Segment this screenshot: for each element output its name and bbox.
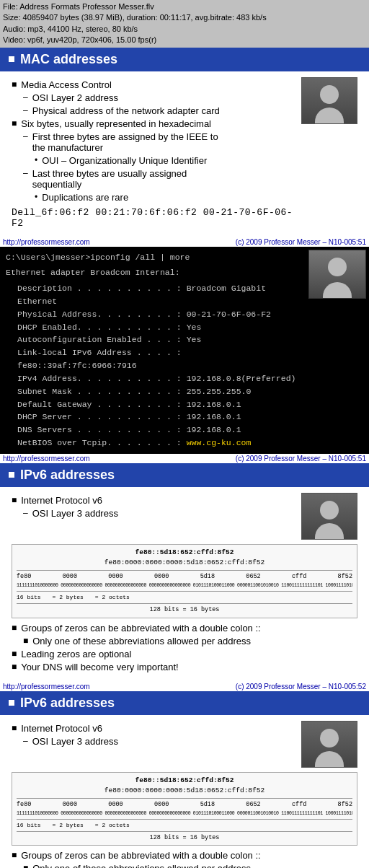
list-item: ■ Your DNS will become very important!: [12, 662, 357, 672]
ipv6-addr-short-1: fe80::5d18:652:cffd:8f52: [17, 548, 352, 558]
bullet-symbol: ■: [12, 79, 17, 89]
ipv6-block: 8f52: [338, 572, 352, 582]
mac-thumbnail: [301, 77, 357, 124]
bullet-text: OUI – Organizationally Unique Identifier: [42, 155, 207, 166]
ipv6-block: 0000: [154, 572, 169, 582]
ipv6-labels-2: 16 bits = 2 bytes = 2 octets: [17, 819, 352, 830]
bullet-text: Internet Protocol v6: [21, 723, 102, 734]
ipv6-block: 0652: [246, 800, 260, 810]
terminal-thumbnail-person: [309, 250, 365, 298]
bullet-symbol: –: [23, 131, 28, 141]
bullet-text: Internet Protocol v6: [21, 495, 102, 506]
list-item: ■ Internet Protocol v6: [12, 723, 298, 734]
list-item: ■ Internet Protocol v6: [12, 495, 298, 506]
bullet-text: First three bytes are assigned by the IE…: [32, 131, 234, 153]
ipv6-slide-1: IPv6 addresses ■ Internet Protocol v6 – …: [0, 463, 369, 691]
ipv6-2-thumb-area: [298, 721, 357, 768]
ipv6-addr-full-1: fe80:0000:0000:0000:5d18:0652:cffd:8f52: [17, 558, 352, 568]
ipv6-block: 0000: [63, 800, 77, 810]
ipv6-label: = 2 octets: [95, 593, 130, 602]
terminal-footer: http://professormesser.com (c) 2009 Prof…: [0, 454, 369, 463]
bullet-symbol: ■: [23, 863, 28, 868]
list-item: – Physical address of the network adapte…: [23, 105, 298, 116]
list-item: ■ Media Access Control: [12, 79, 298, 90]
ipv6-slide-1-content: ■ Internet Protocol v6 – OSI Layer 3 add…: [0, 487, 369, 682]
list-item: – Last three bytes are usually assigned …: [23, 168, 298, 190]
bullet-text: Your DNS will become very important!: [21, 662, 178, 672]
ipv6-1-thumbnail: [301, 493, 357, 540]
ipv6-1-main: ■ Internet Protocol v6 – OSI Layer 3 add…: [12, 493, 298, 540]
bullet-symbol: ■: [12, 850, 17, 860]
mac-footer: http://professormesser.com (c) 2009 Prof…: [0, 237, 369, 247]
bullet-symbol: –: [23, 92, 28, 102]
ipv6-2-diagram: fe80::5d18:652:cffd:8f52 fe80:0000:0000:…: [12, 772, 357, 846]
top-bar-line2: Size: 40859407 bytes (38.97 MiB), durati…: [3, 12, 366, 23]
ipv6-addr-full-2: fe80:0000:0000:0000:5d18:0652:cffd:8f52: [17, 786, 352, 796]
ipv6-1-footer-right: (c) 2009 Professor Messer – N10-005:52: [236, 683, 366, 691]
ipv6-total-2: 128 bits = 16 bytes: [17, 831, 352, 843]
mac-slide-header: MAC addresses: [0, 48, 369, 71]
ipv6-bits-1: 1111111010000000 0000000000000000 000000…: [17, 582, 352, 589]
bullet-symbol: –: [23, 105, 28, 115]
list-item: – OSI Layer 3 address: [23, 736, 298, 747]
list-item: – OSI Layer 2 address: [23, 92, 298, 103]
mac-slide-content: ■ Media Access Control – OSI Layer 2 add…: [0, 71, 369, 237]
terminal-adapter: Ethernet adapter Broadcom Internal:: [6, 266, 298, 279]
ipv6-slide-2-header: IPv6 addresses: [0, 691, 369, 715]
terminal-row: Physical Address. . . . . . . . : 00-21-…: [17, 308, 298, 321]
bullet-text: Media Access Control: [21, 79, 112, 90]
terminal-row: NetBIOS over Tcpip. . . . . . . : www.cg…: [17, 437, 298, 450]
ipv6-labels-1: 16 bits = 2 bytes = 2 octets: [17, 591, 352, 602]
bullet-symbol: –: [23, 736, 28, 746]
terminal-thumbnail: [308, 250, 366, 299]
top-bar-line1: File: Address Formats Professor Messer.f…: [3, 1, 366, 12]
terminal-row: DHCP Server . . . . . . . . . . : 192.16…: [17, 411, 298, 424]
bullet-text: OSI Layer 3 address: [32, 508, 118, 519]
bullet-text: Leading zeros are optional: [21, 649, 131, 659]
thumbnail-person: [302, 78, 357, 123]
top-bar-line4: Video: vp6f, yuv420p, 720x406, 15.00 fps…: [3, 35, 366, 45]
bullet-text: Only one of these abbreviations allowed …: [32, 863, 251, 868]
terminal-prompt: C:\Users\jmesser>ipconfig /all | more: [6, 251, 298, 264]
bullet-symbol: –: [23, 168, 28, 178]
bullet-text: OSI Layer 3 address: [32, 736, 118, 747]
list-item: ■ Only one of these abbreviations allowe…: [23, 863, 357, 868]
thumbnail-person: [302, 722, 357, 767]
ipv6-block: fe80: [17, 800, 31, 810]
list-item: – OSI Layer 3 address: [23, 508, 298, 519]
list-item: ■ Six bytes, usually represented in hexa…: [12, 118, 298, 129]
bullet-symbol: ■: [12, 118, 17, 128]
ipv6-block: fe80: [17, 572, 31, 582]
bullet-symbol: •: [35, 155, 37, 165]
list-item: • OUI – Organizationally Unique Identifi…: [35, 155, 298, 166]
ipv6-1-footer: http://professormesser.com (c) 2009 Prof…: [0, 682, 369, 691]
ipv6-block: 8f52: [338, 800, 352, 810]
list-item: ■ Only one of these abbreviations allowe…: [23, 636, 357, 646]
list-item: – First three bytes are assigned by the …: [23, 131, 298, 153]
ipv6-label: = 2 octets: [95, 821, 130, 830]
ipv6-1-footer-left: http://professormesser.com: [3, 683, 90, 691]
ipv6-1-diagram: fe80::5d18:652:cffd:8f52 fe80:0000:0000:…: [12, 544, 357, 618]
bullet-symbol: ■: [23, 636, 28, 646]
list-item: ■ Groups of zeros can be abbreviated wit…: [12, 623, 357, 634]
mac-title: MAC addresses: [20, 52, 117, 67]
ipv6-block: cffd: [292, 800, 306, 810]
top-bar-line3: Audio: mp3, 44100 Hz, stereo, 80 kb/s: [3, 24, 366, 35]
ipv6-slide-1-header: IPv6 addresses: [0, 463, 369, 487]
footer-right: (c) 2009 Professor Messer – N10-005:51: [236, 238, 366, 246]
terminal-footer-right: (c) 2009 Professor Messer – N10-005:51: [236, 455, 366, 463]
ipv6-block: 0652: [246, 572, 260, 582]
terminal-row: Default Gateway . . . . . . . . : 192.16…: [17, 398, 298, 411]
ipv6-block: 0000: [154, 800, 169, 810]
bullet-text: Groups of zeros can be abbreviated with …: [21, 623, 260, 634]
mac-thumbnail-area: [298, 77, 357, 230]
bullet-text: Duplications are rare: [42, 192, 128, 203]
watermark: www.cg-ku.com: [187, 438, 252, 447]
terminal-section: C:\Users\jmesser>ipconfig /all | more Et…: [0, 247, 369, 454]
mac-addresses-line: Dell_6f:06:f2 00:21:70:6f:06:f2 00-21-70…: [12, 207, 298, 229]
ipv6-1-thumb-area: [298, 493, 357, 540]
ipv6-slide-2-content: ■ Internet Protocol v6 – OSI Layer 3 add…: [0, 715, 369, 869]
list-item: • Duplications are rare: [35, 192, 298, 203]
bullet-text: Only one of these abbreviations allowed …: [32, 636, 251, 646]
ipv6-block: 0000: [63, 572, 77, 582]
